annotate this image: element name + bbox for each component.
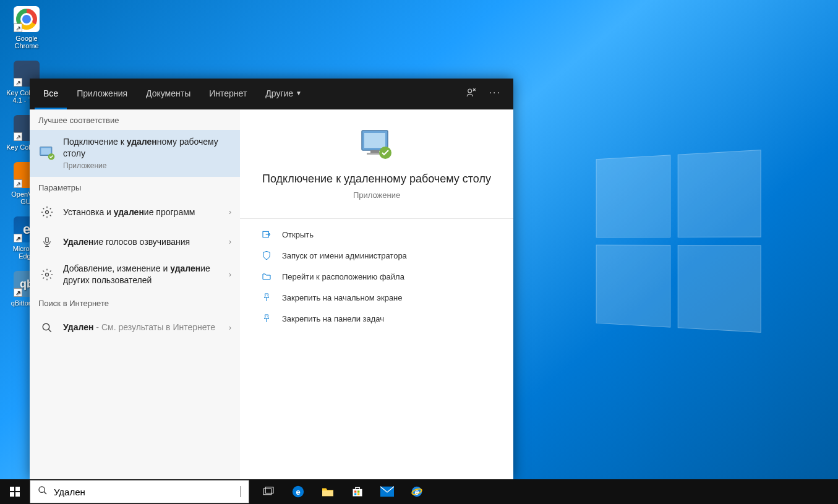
tab-documents[interactable]: Документы	[137, 79, 199, 109]
search-panel-header: Все Приложения Документы Интернет Другие…	[30, 79, 513, 109]
chevron-down-icon: ▼	[296, 90, 302, 96]
svg-rect-14	[10, 487, 14, 491]
search-tabs: Все Приложения Документы Интернет Другие…	[35, 79, 310, 109]
action-run-as-admin[interactable]: Запуск от имени администратора	[259, 245, 495, 266]
section-best-match: Лучшее соответствие	[30, 109, 240, 130]
svg-rect-15	[15, 487, 20, 491]
svg-point-6	[46, 273, 49, 276]
taskbar-mail[interactable]	[373, 479, 401, 504]
action-label: Открыть	[282, 230, 314, 239]
svg-rect-16	[10, 492, 14, 497]
result-uninstall-programs[interactable]: Установка и удаление программ ›	[30, 197, 240, 227]
start-button[interactable]	[0, 479, 30, 504]
pin-start-icon	[260, 293, 273, 302]
section-settings: Параметры	[30, 177, 240, 197]
action-label: Перейти к расположению файла	[282, 272, 404, 281]
svg-rect-10	[370, 150, 379, 153]
windows-icon	[10, 487, 20, 497]
svg-rect-27	[354, 493, 356, 495]
feedback-icon[interactable]	[466, 87, 477, 101]
tab-apps[interactable]: Приложения	[68, 79, 136, 109]
svg-point-7	[43, 323, 49, 330]
action-pin-to-taskbar[interactable]: Закрепить на панели задач	[259, 308, 495, 329]
action-label: Запуск от имени администратора	[282, 251, 407, 260]
taskbar-search-box[interactable]	[30, 480, 249, 503]
tab-all[interactable]: Все	[35, 79, 67, 109]
text-cursor	[241, 486, 241, 497]
tab-other[interactable]: Другие ▼	[257, 79, 310, 109]
svg-rect-9	[364, 133, 385, 148]
taskbar-edge[interactable]: e	[284, 479, 312, 504]
chevron-right-icon: ›	[224, 208, 231, 216]
shield-icon	[260, 250, 273, 260]
taskbar-file-explorer[interactable]	[314, 479, 342, 504]
windows-logo-wallpaper	[596, 150, 761, 333]
taskbar-ie[interactable]: e	[403, 479, 431, 504]
open-icon	[260, 229, 273, 239]
svg-rect-26	[357, 490, 359, 492]
search-icon	[38, 485, 48, 498]
divider	[240, 218, 513, 219]
svg-rect-19	[263, 489, 271, 495]
svg-rect-28	[357, 493, 359, 495]
result-manage-users[interactable]: Добавление, изменение и удаление других …	[30, 257, 240, 293]
search-icon	[38, 319, 56, 336]
svg-point-18	[39, 487, 45, 492]
preview-subtitle: Приложение	[259, 190, 495, 200]
mic-icon	[38, 233, 56, 250]
svg-point-0	[468, 89, 471, 93]
search-input[interactable]	[54, 487, 241, 497]
action-pin-to-start[interactable]: Закрепить на начальном экране	[259, 287, 495, 308]
folder-icon	[260, 271, 273, 281]
svg-rect-23	[322, 490, 333, 496]
search-preview-pane: Подключение к удаленному рабочему столу …	[240, 109, 513, 479]
desktop-icon-chrome[interactable]: ↗ Google Chrome	[5, 6, 48, 49]
section-web-search: Поиск в Интернете	[30, 293, 240, 313]
gear-icon	[38, 266, 56, 283]
rdp-icon	[38, 145, 56, 162]
action-label: Закрепить на панели задач	[282, 314, 384, 323]
svg-rect-25	[354, 490, 356, 492]
tab-internet[interactable]: Интернет	[200, 79, 255, 109]
action-open-file-location[interactable]: Перейти к расположению файла	[259, 266, 495, 287]
search-results-list: Лучшее соответствие Подключение к удален…	[30, 109, 240, 479]
result-remove-voices[interactable]: Удаление голосов озвучивания ›	[30, 227, 240, 257]
preview-title: Подключение к удаленному рабочему столу	[259, 171, 495, 187]
svg-text:e: e	[296, 487, 300, 497]
pin-taskbar-icon	[260, 314, 273, 323]
action-open[interactable]: Открыть	[259, 224, 495, 245]
chevron-right-icon: ›	[224, 323, 231, 332]
taskbar-store[interactable]	[343, 479, 372, 504]
svg-rect-20	[265, 487, 273, 493]
result-rdp[interactable]: Подключение к удаленному рабочему столу …	[30, 130, 240, 177]
rdp-large-icon	[358, 128, 395, 160]
svg-rect-5	[46, 237, 49, 242]
result-web-search[interactable]: Удален - См. результаты в Интернете ›	[30, 313, 240, 343]
svg-rect-2	[41, 148, 51, 155]
more-icon[interactable]: ···	[489, 87, 501, 101]
chrome-icon: ↗	[14, 6, 40, 32]
svg-rect-17	[15, 492, 20, 497]
gear-icon	[38, 203, 56, 221]
svg-point-4	[46, 210, 49, 213]
chevron-right-icon: ›	[224, 237, 231, 246]
chevron-right-icon: ›	[224, 270, 231, 279]
action-label: Закрепить на начальном экране	[282, 293, 403, 302]
svg-text:e: e	[415, 488, 419, 497]
search-panel: Все Приложения Документы Интернет Другие…	[30, 79, 513, 479]
desktop-icon-label: Google Chrome	[5, 35, 48, 49]
taskbar: e e	[0, 479, 838, 504]
task-view-button[interactable]	[254, 479, 283, 504]
